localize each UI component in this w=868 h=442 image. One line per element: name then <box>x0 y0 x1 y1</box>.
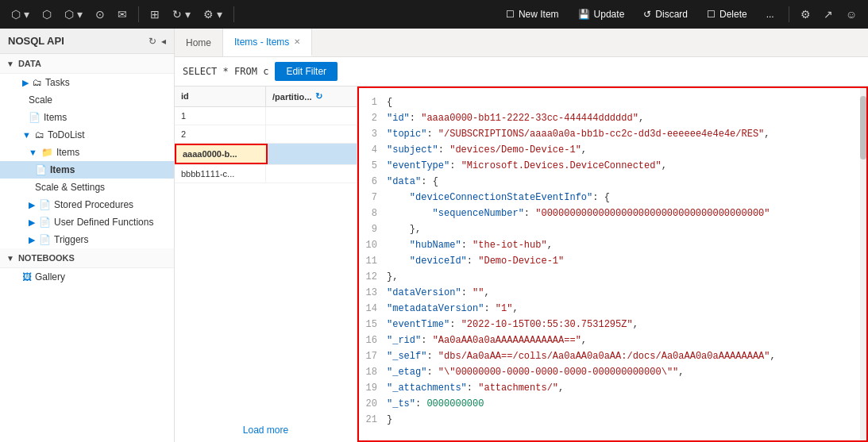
json-pane: 1{2"id": "aaaa0000-bb11-2222-33cc-444444… <box>357 86 868 442</box>
udf-caret-icon: ▶ <box>29 217 35 228</box>
edit-filter-button[interactable]: Edit Filter <box>275 62 338 81</box>
table-row-selected[interactable]: aaaa0000-b... <box>175 144 357 165</box>
json-line: 5"eventType": "Microsoft.Devices.DeviceC… <box>359 158 866 174</box>
line-number: 11 <box>359 254 387 268</box>
stored-proc-caret-icon: ▶ <box>29 200 35 210</box>
partition-col-label: /partitio... <box>272 92 312 102</box>
table-pane: id /partitio... ↻ 1 2 <box>175 86 357 442</box>
line-number: 12 <box>359 270 387 284</box>
sidebar-item-todolist-items-group[interactable]: ▼ 📁 Items <box>0 144 174 161</box>
tab-home[interactable]: Home <box>175 29 223 56</box>
discard-label: Discard <box>655 9 688 20</box>
sidebar-item-scale-settings[interactable]: Scale & Settings <box>0 179 174 196</box>
todolist-icon: 🗂 <box>35 129 44 140</box>
col-header-partition: /partitio... ↻ <box>266 86 357 106</box>
line-content: "eventTime": "2022-10-15T00:55:30.753129… <box>387 317 638 332</box>
more-label: ... <box>766 9 774 20</box>
home-icon[interactable]: ⬡ <box>37 5 56 24</box>
gear-icon[interactable]: ⚙ <box>796 5 816 24</box>
line-content: "deviceConnectionStateEventInfo": { <box>387 190 610 205</box>
github-icon[interactable]: ⊙ <box>91 5 110 24</box>
sidebar-item-gallery[interactable]: 🖼 Gallery <box>0 268 174 286</box>
sidebar-header-icons: ↻ ◂ <box>149 36 166 47</box>
line-content: } <box>387 413 392 427</box>
line-content: "data": { <box>387 175 438 189</box>
todolist-caret-icon: ▼ <box>22 130 31 140</box>
share-icon[interactable]: ↗ <box>819 5 838 24</box>
delete-button[interactable]: ☐ Delete <box>699 6 755 23</box>
sidebar-item-udf[interactable]: ▶ 📄 User Defined Functions <box>0 213 174 231</box>
gallery-label: Gallery <box>35 271 65 282</box>
cell-partition <box>266 165 357 183</box>
sidebar-item-tasks-scale[interactable]: Scale <box>0 91 174 109</box>
refresh-icon[interactable]: ↻ ▾ <box>168 5 195 24</box>
table-icon[interactable]: ⊞ <box>145 5 164 24</box>
notebooks-section-header[interactable]: ▼ NOTEBOOKS <box>0 248 174 268</box>
json-line: 20"_ts": 0000000000 <box>359 396 866 412</box>
line-content: "_self": "dbs/Aa0aAA==/colls/Aa0aAA0a0aA… <box>387 349 776 363</box>
table-row[interactable]: bbbb1111-c... <box>175 165 357 183</box>
tab-items-items[interactable]: Items - Items ✕ <box>223 29 312 56</box>
json-line: 9 }, <box>359 221 866 237</box>
main-layout: NOSQL API ↻ ◂ ▼ DATA ▶ 🗂 Tasks Scale 📄 I… <box>0 29 868 442</box>
query-text: SELECT * FROM c <box>183 66 268 77</box>
line-content: "deviceId": "Demo-Device-1" <box>387 254 564 268</box>
toolbar-separator2 <box>233 6 234 22</box>
sidebar: NOSQL API ↻ ◂ ▼ DATA ▶ 🗂 Tasks Scale 📄 I… <box>0 29 175 442</box>
scale-settings-label: Scale & Settings <box>35 182 105 193</box>
close-tab-icon[interactable]: ✕ <box>294 37 300 46</box>
load-more-button[interactable]: Load more <box>175 418 357 442</box>
settings-icon[interactable]: ⚙ ▾ <box>199 5 227 24</box>
line-number: 15 <box>359 317 387 332</box>
collapse-sidebar-icon[interactable]: ◂ <box>161 36 166 47</box>
data-section-header[interactable]: ▼ DATA <box>0 54 174 74</box>
sidebar-item-todolist[interactable]: ▼ 🗂 ToDoList <box>0 126 174 144</box>
sidebar-item-tasks-items[interactable]: 📄 Items <box>0 109 174 126</box>
delete-icon: ☐ <box>707 9 716 20</box>
line-content: }, <box>387 222 421 236</box>
cell-id: bbbb1111-c... <box>175 165 266 183</box>
stored-procedures-label: Stored Procedures <box>54 199 133 210</box>
line-number: 3 <box>359 127 387 141</box>
table-row[interactable]: 1 <box>175 107 357 125</box>
cell-partition <box>266 125 357 143</box>
smiley-icon[interactable]: ☺ <box>841 5 862 24</box>
line-number: 1 <box>359 95 387 110</box>
panel-icon[interactable]: ⬡ ▾ <box>60 5 87 24</box>
tasks-items-label: Items <box>44 112 67 123</box>
more-button[interactable]: ... <box>758 6 782 23</box>
discard-button[interactable]: ↺ Discard <box>635 6 696 23</box>
update-icon: 💾 <box>578 9 590 20</box>
refresh-sidebar-icon[interactable]: ↻ <box>149 36 156 47</box>
line-content: "_rid": "Aa0aAA0a0aAAAAAAAAAAAA==", <box>387 333 587 348</box>
sidebar-item-stored-procedures[interactable]: ▶ 📄 Stored Procedures <box>0 196 174 213</box>
line-number: 19 <box>359 381 387 395</box>
folder-icon-todolist: 📁 <box>41 147 53 158</box>
discard-icon: ↺ <box>643 9 651 20</box>
line-content: "id": "aaaa0000-bb11-2222-33cc-444444ddd… <box>387 111 644 125</box>
line-content: "_attachments": "attachments/", <box>387 381 564 395</box>
todolist-items-group-label: Items <box>56 147 79 158</box>
tab-home-label: Home <box>186 37 211 48</box>
tasks-icon: 🗂 <box>33 77 42 88</box>
line-number: 6 <box>359 175 387 189</box>
udf-icon: 📄 <box>39 217 51 228</box>
json-line: 21} <box>359 412 866 428</box>
line-number: 21 <box>359 413 387 427</box>
mail-icon[interactable]: ✉ <box>113 5 132 24</box>
sidebar-item-tasks[interactable]: ▶ 🗂 Tasks <box>0 74 174 91</box>
copy-icon[interactable]: ⬡ ▾ <box>6 5 34 24</box>
table-row[interactable]: 2 <box>175 125 357 144</box>
partition-refresh-icon[interactable]: ↻ <box>315 91 322 102</box>
sidebar-item-todolist-items-leaf[interactable]: 📄 Items <box>0 161 174 179</box>
json-line: 6"data": { <box>359 174 866 190</box>
update-button[interactable]: 💾 Update <box>570 6 633 23</box>
new-item-button[interactable]: ☐ New Item <box>498 6 567 23</box>
cell-id: 2 <box>175 125 266 143</box>
json-line: 18"_etag": "\"00000000-0000-0000-0000-00… <box>359 364 866 380</box>
new-item-icon: ☐ <box>506 9 515 20</box>
sidebar-item-triggers[interactable]: ▶ 📄 Triggers <box>0 231 174 248</box>
scrollbar-thumb[interactable] <box>860 96 866 160</box>
tab-bar: Home Items - Items ✕ <box>175 29 868 57</box>
scrollbar[interactable] <box>860 88 866 440</box>
